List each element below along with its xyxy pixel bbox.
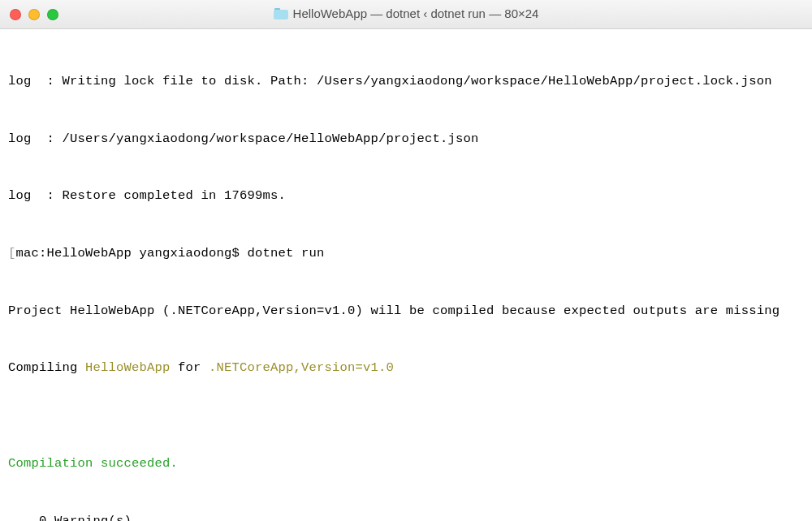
window-titlebar: HelloWebApp — dotnet ‹ dotnet run — 80×2… [0,0,812,29]
shell-command: dotnet run [248,246,325,260]
output-line: log : /Users/yangxiaodong/workspace/Hell… [8,130,804,149]
minimize-icon[interactable] [28,9,40,20]
window-title: HelloWebApp — dotnet ‹ dotnet run — 80×2… [0,5,812,24]
prompt-line: [mac:HelloWebApp yangxiaodong$ dotnet ru… [8,244,804,264]
shell-prompt: mac:HelloWebApp yangxiaodong$ [16,246,248,260]
maximize-icon[interactable] [47,9,58,20]
output-line: log : Writing lock file to disk. Path: /… [8,72,804,92]
compilation-status: Compilation succeeded. [8,454,804,474]
title-folder: HelloWebApp [293,6,367,20]
output-line: Project HelloWebApp (.NETCoreApp,Version… [8,302,804,321]
title-process: dotnet [386,6,420,20]
traffic-lights [0,9,58,20]
output-line: 0 Warning(s) [8,512,804,521]
output-line: log : Restore completed in 17699ms. [8,187,804,206]
project-name: HelloWebApp [85,360,171,375]
framework-name: .NETCoreApp,Version=v1.0 [209,360,394,375]
title-command: dotnet run [430,6,486,20]
title-dimensions: — 80×24 [486,6,538,20]
output-line: Compiling HelloWebApp for .NETCoreApp,Ve… [8,359,804,378]
terminal-viewport[interactable]: log : Writing lock file to disk. Path: /… [0,29,812,521]
title-text: HelloWebApp — dotnet ‹ dotnet run — 80×2… [293,5,539,24]
folder-icon [274,8,288,19]
close-icon[interactable] [10,9,21,20]
